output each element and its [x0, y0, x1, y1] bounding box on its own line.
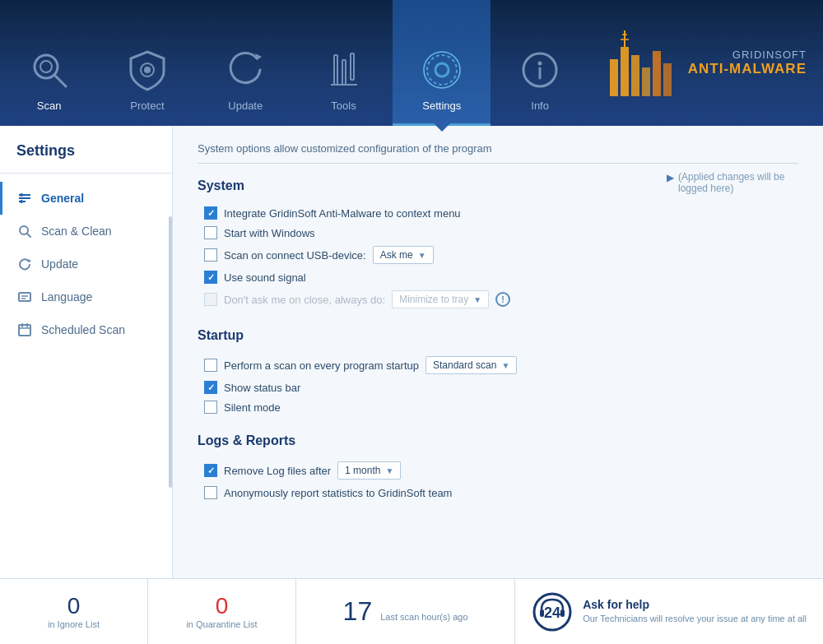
svg-rect-16 — [621, 47, 629, 96]
last-scan-label: Last scan hour(s) ago — [380, 612, 467, 622]
quarantine-label: in Quarantine List — [186, 619, 257, 629]
nav-info[interactable]: Info — [491, 0, 588, 126]
product-name: ANTI-MALWARE — [688, 61, 807, 77]
dropdown-scan-usb[interactable]: Ask me ▼ — [373, 246, 434, 264]
option-context-menu: Integrate GridinSoft Anti-Malware to con… — [198, 203, 798, 223]
dropdown-scan-type[interactable]: Standard scan ▼ — [425, 356, 517, 374]
svg-point-28 — [20, 200, 23, 203]
startup-title: Startup — [198, 328, 798, 343]
sidebar-item-language[interactable]: Language — [0, 280, 172, 313]
help-icon: 24 — [532, 591, 573, 632]
label-context-menu: Integrate GridinSoft Anti-Malware to con… — [224, 207, 461, 220]
startup-section: Startup Perform a scan on every program … — [198, 328, 798, 417]
svg-rect-34 — [19, 325, 30, 336]
brand-name: GRIDINSOFT — [688, 49, 807, 61]
info-icon — [515, 45, 565, 95]
checkbox-show-status[interactable] — [204, 381, 217, 394]
sidebar-item-scheduled-scan[interactable]: Scheduled Scan — [0, 313, 172, 346]
svg-rect-19 — [653, 51, 661, 96]
changes-log-text: (Applied changes will be logged here) — [678, 171, 807, 194]
svg-rect-5 — [334, 55, 337, 85]
nav-settings[interactable]: Settings — [393, 0, 491, 126]
label-scan-usb: Scan on connect USB-device: — [224, 249, 366, 262]
sidebar-title: Settings — [0, 142, 172, 174]
sidebar-scrollbar — [169, 216, 172, 488]
option-show-status: Show status bar — [198, 378, 798, 397]
option-start-windows: Start with Windows — [198, 223, 798, 243]
logs-section: Logs & Reports Remove Log files after 1 … — [198, 433, 798, 503]
ignore-count: 0 — [67, 595, 81, 618]
svg-point-3 — [144, 67, 151, 73]
top-navigation: Scan Protect Update — [0, 0, 823, 126]
nav-update[interactable]: Update — [197, 0, 295, 126]
help-text: Ask for help Our Technicians will resolv… — [583, 598, 807, 625]
nav-info-label: Info — [531, 100, 549, 112]
sidebar-scheduled-label: Scheduled Scan — [41, 323, 125, 336]
svg-rect-17 — [631, 55, 639, 96]
checkbox-sound-signal[interactable] — [204, 271, 217, 284]
sidebar: Settings General Scan & Clean — [0, 126, 173, 578]
nav-protect[interactable]: Protect — [98, 0, 196, 126]
general-icon — [16, 190, 33, 206]
settings-icon — [417, 45, 467, 95]
info-icon-circle[interactable]: ! — [495, 292, 510, 307]
help-title: Ask for help — [583, 598, 807, 611]
checkbox-scan-usb[interactable] — [204, 248, 217, 262]
dropdown-scan-type-value: Standard scan — [433, 359, 496, 371]
quarantine-section: 0 in Quarantine List — [148, 579, 296, 644]
svg-point-2 — [40, 61, 52, 72]
nav-tools-label: Tools — [331, 100, 356, 112]
logo-text: GRIDINSOFT ANTI-MALWARE — [688, 49, 807, 77]
nav-scan[interactable]: Scan — [0, 0, 98, 126]
option-dont-ask: Don't ask me on close, always do: Minimi… — [198, 287, 798, 312]
label-remove-logs: Remove Log files after — [224, 465, 331, 477]
language-icon — [16, 289, 33, 305]
label-sound-signal: Use sound signal — [224, 271, 306, 284]
nav-tools[interactable]: Tools — [295, 0, 393, 126]
sidebar-item-update[interactable]: Update — [0, 248, 172, 280]
svg-rect-20 — [663, 63, 672, 96]
label-start-windows: Start with Windows — [224, 227, 315, 239]
scan-icon — [25, 45, 74, 95]
svg-point-27 — [20, 193, 23, 197]
option-anon-stats: Anonymously report statistics to GridinS… — [198, 483, 798, 503]
checkbox-context-menu[interactable] — [204, 206, 217, 220]
content-panel: System options allow customized configur… — [173, 126, 823, 578]
logs-title: Logs & Reports — [198, 433, 798, 448]
sidebar-item-scan-clean[interactable]: Scan & Clean — [0, 215, 172, 248]
svg-rect-31 — [19, 293, 30, 301]
checkbox-anon-stats[interactable] — [204, 486, 217, 499]
option-remove-logs: Remove Log files after 1 month ▼ — [198, 458, 798, 483]
scheduled-scan-icon — [16, 322, 33, 338]
changes-arrow-icon: ▶ — [667, 172, 674, 183]
checkbox-silent-mode[interactable] — [204, 401, 217, 414]
last-scan-count: 17 — [343, 596, 373, 627]
quarantine-count: 0 — [216, 595, 229, 618]
dropdown-minimize[interactable]: Minimize to tray ▼ — [392, 290, 489, 308]
update-icon — [221, 45, 270, 95]
checkbox-scan-startup[interactable] — [204, 359, 217, 372]
svg-text:24: 24 — [544, 605, 560, 621]
checkbox-dont-ask[interactable] — [204, 293, 217, 306]
checkbox-remove-logs[interactable] — [204, 464, 217, 477]
svg-rect-15 — [610, 59, 618, 96]
dropdown-scan-type-arrow: ▼ — [501, 361, 509, 370]
checkbox-start-windows[interactable] — [204, 226, 217, 239]
label-scan-startup: Perform a scan on every program startup — [224, 359, 419, 372]
option-sound-signal: Use sound signal — [198, 267, 798, 287]
dropdown-log-period-arrow: ▼ — [385, 466, 393, 475]
system-section: System Integrate GridinSoft Anti-Malware… — [198, 178, 798, 312]
sidebar-item-general[interactable]: General — [0, 182, 172, 215]
label-show-status: Show status bar — [224, 382, 300, 394]
dropdown-log-period[interactable]: 1 month ▼ — [337, 461, 401, 480]
logo-graphic — [606, 26, 680, 100]
dropdown-minimize-value: Minimize to tray — [399, 294, 468, 305]
help-section[interactable]: 24 Ask for help Our Technicians will res… — [515, 579, 823, 644]
svg-rect-40 — [540, 609, 544, 617]
label-anon-stats: Anonymously report statistics to GridinS… — [224, 487, 452, 499]
help-description: Our Technicians will resolve your issue … — [583, 613, 807, 625]
option-silent-mode: Silent mode — [198, 397, 798, 417]
sidebar-language-label: Language — [41, 290, 92, 303]
nav-update-label: Update — [228, 100, 263, 112]
ignore-list-section: 0 in Ignore List — [0, 579, 148, 644]
